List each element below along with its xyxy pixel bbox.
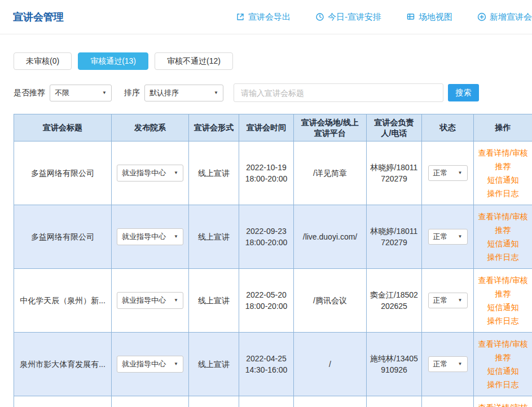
view-detail-audit-link[interactable]: 查看详情/审核 [477, 337, 529, 351]
export-icon [236, 12, 245, 21]
operation-log-link[interactable]: 操作日志 [477, 378, 529, 391]
recommend-filter-label: 是否推荐 [14, 88, 45, 98]
recommend-link[interactable]: 推荐 [477, 351, 529, 364]
recommend-link[interactable]: 推荐 [477, 160, 529, 173]
sms-notify-link[interactable]: 短信通知 [477, 364, 529, 378]
department-select[interactable]: 就业指导中心 ▼ [117, 228, 183, 245]
venue-view-label: 场地视图 [419, 12, 452, 23]
view-detail-audit-link[interactable]: 查看详情/审核 [477, 401, 529, 407]
sms-notify-link[interactable]: 短信通知 [477, 237, 529, 250]
export-talks-label: 宣讲会导出 [248, 12, 291, 23]
status-select[interactable]: 正常 ▼ [428, 356, 468, 372]
chevron-down-icon: ▼ [458, 295, 463, 306]
col-header-time: 宣讲会时间 [239, 114, 294, 141]
col-header-contact: 宣讲会负责人/电话 [367, 114, 422, 141]
chevron-down-icon: ▼ [214, 90, 218, 95]
today-schedule-link[interactable]: 今日-宣讲安排 [315, 12, 381, 23]
table-row: 泉州市影大体育发展有... 就业指导中心 ▼ 线上宣讲 2022-04-25 1… [14, 333, 532, 396]
chevron-down-icon: ▼ [174, 231, 178, 242]
status-select-value: 正常 [433, 231, 448, 242]
venue-view-link[interactable]: 场地视图 [406, 12, 452, 23]
department-select-value: 就业指导中心 [122, 295, 166, 306]
top-bar: 宣讲会管理 宣讲会导出 今日-宣讲安排 场地视图 [0, 0, 532, 34]
add-talk-label: 新增宣讲会 [490, 12, 532, 23]
operations-cell: 查看详情/审核 推荐 短信通知 操作日志 [474, 333, 532, 396]
status-select-value: 正常 [433, 359, 448, 370]
department-select[interactable]: 就业指导中心 ▼ [117, 165, 183, 182]
talk-title: 多益网络有限公司 [14, 205, 112, 269]
talk-title: 泉州市影大体育发展有... [14, 333, 112, 396]
sms-notify-link[interactable]: 短信通知 [477, 300, 529, 314]
col-header-title: 宣讲会标题 [14, 114, 112, 141]
chevron-down-icon: ▼ [174, 167, 178, 179]
talk-date: 2022-05-20 [243, 289, 290, 300]
col-header-department: 发布院系 [112, 114, 189, 141]
talk-form: 线上宣讲 [189, 205, 239, 269]
sms-notify-link[interactable]: 短信通知 [477, 173, 529, 187]
talk-time-cell: 2022-04-25 14:30-16:00 [239, 333, 294, 396]
talk-contact: 施纯林/13405910926 [367, 333, 422, 396]
add-talk-link[interactable]: 新增宣讲会 [477, 12, 532, 23]
talk-date: 2022-04-25 [243, 353, 290, 364]
filter-bar: 是否推荐 不限 ▼ 排序 默认排序 ▼ 搜索 [14, 83, 532, 102]
col-header-operations: 操作 [474, 114, 532, 141]
tab-approved[interactable]: 审核通过(13) [78, 52, 148, 70]
operations-cell: 查看详情/审核 推荐 短信通知 操作日志 [474, 141, 532, 205]
talk-venue: /腾讯会议 [294, 269, 367, 333]
talk-contact: 林晓婷/18011720279 [367, 205, 422, 269]
operation-log-link[interactable]: 操作日志 [477, 187, 529, 200]
operation-log-link[interactable]: 操作日志 [477, 250, 529, 264]
talk-date: 2022-10-19 [243, 162, 290, 173]
operations-cell: 查看详情/审核 推荐 短信通知 操作日志 [474, 269, 532, 333]
department-select-value: 就业指导中心 [122, 359, 166, 370]
department-select[interactable]: 就业指导中心 ▼ [117, 356, 183, 373]
talk-time-cell: 2022-09-23 18:00-20:00 [239, 205, 294, 269]
view-detail-audit-link[interactable]: 查看详情/审核 [477, 210, 529, 223]
operations-cell: 查看详情/审核 推荐 短信通知 操作日志 [474, 396, 532, 407]
department-select[interactable]: 就业指导中心 ▼ [117, 292, 183, 309]
talk-time-cell: 2022-10-19 18:00-20:00 [239, 141, 294, 205]
view-detail-audit-link[interactable]: 查看详情/审核 [477, 273, 529, 287]
table-row: 泉州科发卫浴有限公司 就业指导中心 ▼ 线上宣讲 2022-02-18 15:0… [14, 396, 532, 407]
talk-time-cell: 2022-02-18 15:00-16:00 [239, 396, 294, 407]
talk-venue: /详见简章 [294, 141, 367, 205]
department-select-value: 就业指导中心 [122, 167, 166, 179]
status-select[interactable]: 正常 ▼ [428, 293, 468, 308]
venue-view-icon [406, 12, 415, 21]
status-select-value: 正常 [433, 167, 448, 179]
operation-log-link[interactable]: 操作日志 [477, 314, 529, 328]
col-header-status: 状态 [422, 114, 474, 141]
recommend-link[interactable]: 推荐 [477, 223, 529, 237]
tab-rejected[interactable]: 审核不通过(12) [155, 52, 233, 70]
plus-circle-icon [477, 12, 486, 21]
sort-select[interactable]: 默认排序 ▼ [144, 85, 223, 101]
recommend-select[interactable]: 不限 ▼ [50, 85, 112, 101]
tab-unaudited[interactable]: 未审核(0) [14, 52, 72, 70]
talk-time: 18:00-20:00 [243, 237, 290, 248]
status-select-value: 正常 [433, 295, 448, 306]
chevron-down-icon: ▼ [458, 231, 463, 242]
clock-icon [315, 12, 324, 21]
page-title: 宣讲会管理 [13, 10, 64, 24]
view-detail-audit-link[interactable]: 查看详情/审核 [477, 146, 529, 160]
today-schedule-label: 今日-宣讲安排 [328, 12, 381, 23]
talk-form: 线上宣讲 [189, 396, 239, 407]
talk-time: 18:00-20:00 [243, 173, 290, 184]
audit-tabs: 未审核(0) 审核通过(13) 审核不通过(12) [14, 52, 532, 70]
sort-select-value: 默认排序 [150, 88, 179, 98]
chevron-down-icon: ▼ [102, 90, 107, 95]
talk-contact: 窦金江/18502202625 [367, 269, 422, 333]
sort-filter-label: 排序 [124, 88, 140, 98]
talk-venue: / [294, 333, 367, 396]
search-input[interactable] [234, 83, 443, 102]
status-select[interactable]: 正常 ▼ [428, 229, 468, 245]
top-actions: 宣讲会导出 今日-宣讲安排 场地视图 新增宣讲 [236, 12, 532, 23]
search-button[interactable]: 搜索 [448, 84, 479, 101]
talk-table: 宣讲会标题 发布院系 宣讲会形式 宣讲会时间 宣讲会场地/线上宣讲平台 宣讲会负… [14, 114, 532, 407]
recommend-link[interactable]: 推荐 [477, 287, 529, 300]
status-select[interactable]: 正常 ▼ [428, 165, 468, 181]
export-talks-link[interactable]: 宣讲会导出 [236, 12, 291, 23]
department-select-value: 就业指导中心 [122, 231, 166, 242]
talk-time: 18:00-20:00 [243, 300, 290, 312]
talk-date: 2022-09-23 [243, 225, 290, 237]
